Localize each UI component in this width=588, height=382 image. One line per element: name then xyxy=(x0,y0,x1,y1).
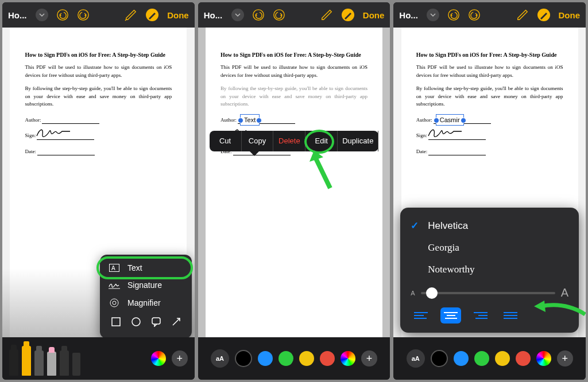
font-size-slider[interactable] xyxy=(421,292,555,294)
doc-p2: By following the step-by-step guide, you… xyxy=(25,85,172,108)
ctx-delete[interactable]: Delete xyxy=(273,131,305,151)
pencil-tool[interactable] xyxy=(34,350,44,376)
doc-heading: How to Sign PDFs on iOS for Free: A Step… xyxy=(25,50,172,59)
document-title[interactable]: Ho... xyxy=(204,10,223,20)
add-button[interactable]: + xyxy=(361,350,377,367)
color-black[interactable] xyxy=(431,350,448,367)
markup-toggle-button[interactable] xyxy=(341,8,355,22)
color-picker-button[interactable] xyxy=(151,351,166,366)
resize-handle-left[interactable] xyxy=(434,118,439,123)
highlighter-tool[interactable] xyxy=(22,346,31,376)
color-blue[interactable] xyxy=(258,351,273,366)
ctx-menu-arrow xyxy=(250,151,259,156)
color-blue[interactable] xyxy=(454,351,469,366)
resize-handle-right[interactable] xyxy=(461,118,466,123)
more-dropdown[interactable] xyxy=(36,9,48,21)
svg-point-7 xyxy=(113,301,116,305)
color-green[interactable] xyxy=(474,351,489,366)
shape-circle-button[interactable] xyxy=(131,317,141,329)
bottom-toolbar: + xyxy=(2,337,195,380)
doc-p1: This PDF will be used to illustrate how … xyxy=(416,64,563,79)
ctx-cut[interactable]: Cut xyxy=(210,131,242,151)
redo-button[interactable] xyxy=(273,9,285,21)
document-title[interactable]: Ho... xyxy=(399,10,419,20)
page-area: How to Sign PDFs on iOS for Free: A Step… xyxy=(198,28,390,337)
add-magnifier-option[interactable]: Magnifier xyxy=(100,294,192,312)
text-style-button[interactable]: aA xyxy=(407,349,425,368)
sign-line xyxy=(37,133,94,140)
align-right-button[interactable] xyxy=(470,307,491,323)
slider-thumb[interactable] xyxy=(426,287,438,299)
done-button[interactable]: Done xyxy=(167,10,189,20)
markup-pen-icon[interactable] xyxy=(320,9,333,21)
color-red[interactable] xyxy=(516,351,531,366)
text-annotation-box[interactable]: Text xyxy=(240,114,260,126)
markup-pen-icon[interactable] xyxy=(516,9,529,21)
done-button[interactable]: Done xyxy=(559,10,581,20)
svg-rect-10 xyxy=(152,318,160,324)
screen-2: Ho... Done How to Sign PDFs on iOS for F… xyxy=(198,2,390,380)
font-name: Georgia xyxy=(428,242,459,254)
text-annotation-box[interactable]: Casmir xyxy=(436,114,464,126)
ctx-duplicate[interactable]: Duplicate xyxy=(338,131,378,151)
text-annotation-value: Text xyxy=(244,116,256,123)
align-left-button[interactable] xyxy=(411,307,431,323)
text-style-button[interactable]: aA xyxy=(211,349,229,368)
add-signature-option[interactable]: Signature xyxy=(100,276,192,294)
add-button[interactable]: + xyxy=(557,350,573,367)
shape-square-button[interactable] xyxy=(111,317,121,329)
ruler-tool[interactable] xyxy=(72,353,80,376)
add-magnifier-label: Magnifier xyxy=(127,298,161,307)
markup-pen-icon[interactable] xyxy=(125,9,137,21)
font-size-row: A A xyxy=(411,286,568,299)
pen-tool[interactable] xyxy=(9,349,18,376)
add-button[interactable]: + xyxy=(172,350,188,367)
align-center-button[interactable] xyxy=(440,307,461,323)
date-label: Date: xyxy=(416,148,428,156)
author-label: Author: xyxy=(25,116,41,124)
sign-label: Sign: xyxy=(416,132,427,140)
done-button[interactable]: Done xyxy=(363,10,385,20)
color-yellow[interactable] xyxy=(495,351,510,366)
shape-speech-button[interactable] xyxy=(151,317,161,329)
aa-label: aA xyxy=(412,355,420,362)
undo-button[interactable] xyxy=(252,9,265,21)
shape-arrow-button[interactable] xyxy=(171,317,181,329)
redo-button[interactable] xyxy=(77,9,90,21)
font-option-noteworthy[interactable]: Noteworthy xyxy=(411,259,568,280)
svg-point-9 xyxy=(132,318,140,326)
redo-button[interactable] xyxy=(468,9,481,21)
color-picker-button[interactable] xyxy=(341,351,355,366)
bottom-toolbar: aA + xyxy=(393,337,586,380)
color-picker-button[interactable] xyxy=(536,351,551,366)
color-yellow[interactable] xyxy=(299,351,314,366)
eraser-tool[interactable] xyxy=(47,352,56,376)
ctx-copy[interactable]: Copy xyxy=(242,131,274,151)
undo-button[interactable] xyxy=(56,9,69,21)
svg-rect-8 xyxy=(112,318,120,326)
more-dropdown[interactable] xyxy=(231,9,244,21)
markup-toggle-button[interactable] xyxy=(537,8,551,22)
color-black[interactable] xyxy=(235,350,252,367)
screen-3: Ho... Done How to Sign PDFs on iOS for F… xyxy=(393,2,586,380)
lasso-tool[interactable] xyxy=(60,350,69,376)
color-red[interactable] xyxy=(320,351,335,366)
color-green[interactable] xyxy=(278,351,293,366)
document-title[interactable]: Ho... xyxy=(8,10,28,20)
screen-1: Ho... Done How to Sign PDFs on iOS for F… xyxy=(2,2,195,380)
add-text-option[interactable]: A Text xyxy=(100,259,192,276)
pdf-page[interactable]: How to Sign PDFs on iOS for Free: A Step… xyxy=(206,28,382,337)
bottom-toolbar: aA + xyxy=(198,337,390,380)
resize-handle-right[interactable] xyxy=(256,118,262,123)
resize-handle-left[interactable] xyxy=(238,118,243,123)
markup-toggle-button[interactable] xyxy=(145,8,159,22)
font-option-georgia[interactable]: Georgia xyxy=(411,237,568,259)
aa-label: aA xyxy=(216,355,224,362)
add-text-label: Text xyxy=(127,263,142,272)
ctx-edit[interactable]: Edit xyxy=(305,131,338,151)
align-row xyxy=(411,307,568,323)
more-dropdown[interactable] xyxy=(427,9,439,21)
undo-button[interactable] xyxy=(447,9,460,21)
align-justify-button[interactable] xyxy=(500,307,521,323)
font-option-helvetica[interactable]: ✓ Helvetica xyxy=(411,215,568,237)
